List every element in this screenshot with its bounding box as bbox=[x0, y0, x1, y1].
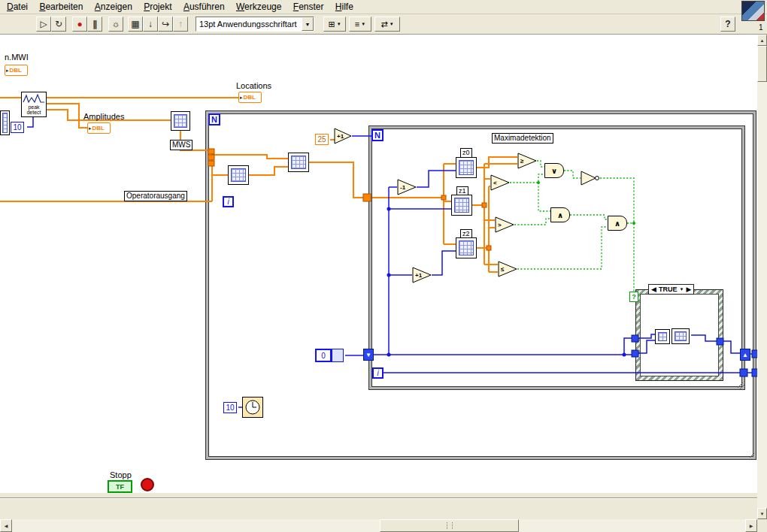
distribute-dropdown-icon: ▼ bbox=[361, 22, 365, 26]
block-diagram-canvas[interactable]: n.MWI ▸ DBL peak detect 10 Amplitudes ▸ … bbox=[0, 35, 757, 493]
increment-symbol: +1 bbox=[415, 272, 422, 279]
outer-loop-index-terminal[interactable]: i bbox=[223, 196, 234, 207]
case-array-node-2[interactable] bbox=[672, 328, 690, 344]
increment-node-top[interactable]: +1 bbox=[334, 128, 352, 144]
pane-divider bbox=[0, 497, 757, 499]
case-selector[interactable]: ◀ TRUE ▼ ▶ bbox=[648, 284, 694, 295]
less-than-node[interactable]: < bbox=[490, 174, 510, 191]
greater-than-node[interactable]: > bbox=[495, 216, 514, 233]
case-prev-icon[interactable]: ◀ bbox=[651, 286, 656, 293]
or-symbol: ∨ bbox=[551, 167, 557, 175]
array-grid-pattern bbox=[174, 114, 187, 128]
index-array-node-1[interactable] bbox=[228, 165, 249, 185]
index-array-node-2[interactable] bbox=[288, 153, 309, 172]
scroll-up-button[interactable]: ▲ bbox=[757, 35, 767, 46]
peak-detect-text: peak bbox=[22, 104, 46, 110]
menu-ausfuehren[interactable]: Ausführen bbox=[179, 0, 229, 14]
step-out-button[interactable]: ↑ bbox=[173, 17, 188, 32]
clipped-vi-icon[interactable] bbox=[0, 110, 10, 135]
horizontal-scroll-thumb[interactable] bbox=[380, 519, 519, 532]
and-gate-node-2[interactable]: ∧ bbox=[608, 216, 627, 231]
amplitudes-label[interactable]: Amplitudes bbox=[83, 112, 124, 121]
menu-fenster[interactable]: Fenster bbox=[289, 0, 329, 14]
help-icon: ? bbox=[725, 20, 730, 29]
step-over-button[interactable]: ↪ bbox=[158, 17, 173, 32]
menu-bearbeiten[interactable]: Bearbeiten bbox=[35, 0, 87, 14]
wait-ms-clock-node[interactable] bbox=[242, 397, 263, 418]
stop-button-glyph[interactable] bbox=[141, 478, 154, 491]
menu-hilfe[interactable]: Hilfe bbox=[331, 0, 358, 14]
menu-projekt[interactable]: Projekt bbox=[139, 0, 176, 14]
peak-detect-text: detect bbox=[22, 110, 46, 115]
vertical-scrollbar[interactable]: ▲ ▼ bbox=[757, 35, 767, 519]
highlight-execution-button[interactable]: ☼ bbox=[108, 17, 123, 32]
font-selector[interactable]: 13pt Anwendungsschriftart ▼ bbox=[196, 17, 314, 32]
retain-wire-values-button[interactable]: ▦ bbox=[128, 17, 143, 32]
shift-register-left[interactable]: ▼ bbox=[363, 349, 374, 361]
array-constant-index[interactable]: 0 bbox=[315, 349, 332, 362]
n-mwi-dbl-terminal[interactable]: ▸ DBL bbox=[5, 65, 28, 76]
terminal-arrow-icon: ▸ bbox=[89, 125, 92, 131]
case-selector-tunnel[interactable]: ? bbox=[629, 292, 638, 302]
inner-loop-count-terminal[interactable]: N bbox=[371, 129, 384, 141]
align-objects-dropdown[interactable]: ⊞ ▼ bbox=[323, 17, 346, 32]
wait-ms-constant[interactable]: 10 bbox=[223, 402, 237, 413]
step-into-button[interactable]: ↓ bbox=[143, 17, 158, 32]
case-next-icon[interactable]: ▶ bbox=[686, 286, 691, 293]
menu-datei[interactable]: Datei bbox=[2, 0, 32, 14]
not-gate-node[interactable] bbox=[581, 171, 600, 186]
shift-register-right[interactable]: ▲ bbox=[740, 349, 750, 361]
increment-node[interactable]: +1 bbox=[412, 267, 432, 283]
step-into-icon: ↓ bbox=[148, 20, 153, 29]
decrement-node[interactable]: -1 bbox=[397, 179, 417, 195]
reorder-objects-dropdown[interactable]: ⇄ ▼ bbox=[374, 17, 400, 32]
distribute-objects-dropdown[interactable]: ≡ ▼ bbox=[349, 17, 371, 32]
amplitudes-dbl-terminal[interactable]: ▸ DBL bbox=[87, 122, 111, 134]
greater-equal-node[interactable]: ≥ bbox=[517, 153, 537, 169]
width-constant-10[interactable]: 10 bbox=[11, 122, 24, 133]
menu-werkzeuge[interactable]: Werkzeuge bbox=[232, 0, 286, 14]
scroll-right-button[interactable]: ▶ bbox=[745, 519, 757, 532]
peak-detect-vi[interactable]: peak detect bbox=[21, 92, 47, 117]
menu-anzeigen[interactable]: Anzeigen bbox=[90, 0, 137, 14]
index-array-z0[interactable] bbox=[456, 157, 477, 178]
case-array-node-1[interactable] bbox=[655, 329, 670, 344]
horizontal-scrollbar[interactable]: ◀ ▶ bbox=[0, 519, 757, 532]
inner-loop-index-terminal[interactable]: i bbox=[372, 367, 384, 379]
index-array-z2[interactable] bbox=[456, 237, 477, 258]
case-dropdown-icon[interactable]: ▼ bbox=[679, 287, 684, 292]
less-than-symbol: < bbox=[493, 180, 497, 186]
maximadetektion-label[interactable]: Maximadetektion bbox=[492, 133, 553, 144]
font-selector-dropdown-icon[interactable]: ▼ bbox=[302, 17, 314, 31]
abort-button[interactable]: ● bbox=[72, 17, 87, 32]
increment-symbol: +1 bbox=[337, 133, 344, 140]
run-continuous-icon: ↻ bbox=[55, 20, 62, 29]
scroll-left-button[interactable]: ◀ bbox=[0, 519, 12, 532]
n-mwi-label[interactable]: n.MWI bbox=[5, 53, 29, 62]
mws-label[interactable]: MWS bbox=[170, 140, 193, 150]
scroll-down-button[interactable]: ▼ bbox=[757, 508, 767, 519]
index-array-z1[interactable] bbox=[451, 195, 472, 216]
window-size-constant[interactable]: 25 bbox=[315, 134, 329, 145]
array-constant-element[interactable] bbox=[332, 349, 344, 362]
run-button[interactable]: ▷ bbox=[36, 17, 51, 32]
pause-button[interactable]: ∥ bbox=[87, 17, 102, 32]
outer-loop-count-terminal[interactable]: N bbox=[208, 113, 220, 125]
align-dropdown-icon: ▼ bbox=[337, 22, 341, 26]
run-continuous-button[interactable]: ↻ bbox=[51, 17, 66, 32]
locations-dbl-terminal[interactable]: ▸ DBL bbox=[238, 92, 262, 103]
less-equal-symbol: ≤ bbox=[501, 266, 504, 273]
and-gate-node-1[interactable]: ∧ bbox=[550, 207, 570, 222]
less-equal-node[interactable]: ≤ bbox=[498, 261, 517, 277]
vertical-scroll-thumb[interactable] bbox=[757, 46, 767, 82]
array-grid-pattern bbox=[658, 332, 667, 341]
case-selector-value: TRUE bbox=[659, 286, 678, 293]
stopp-tf-terminal[interactable]: TF bbox=[108, 480, 132, 493]
locations-label[interactable]: Locations bbox=[236, 81, 271, 90]
operatorausgang-label[interactable]: Operatorausgang bbox=[124, 191, 187, 201]
stopp-label[interactable]: Stopp bbox=[110, 470, 132, 479]
array-grid-pattern bbox=[454, 198, 469, 213]
context-help-button[interactable]: ? bbox=[720, 17, 735, 32]
build-array-node[interactable] bbox=[171, 111, 190, 131]
or-gate-node[interactable]: ∨ bbox=[544, 163, 564, 178]
